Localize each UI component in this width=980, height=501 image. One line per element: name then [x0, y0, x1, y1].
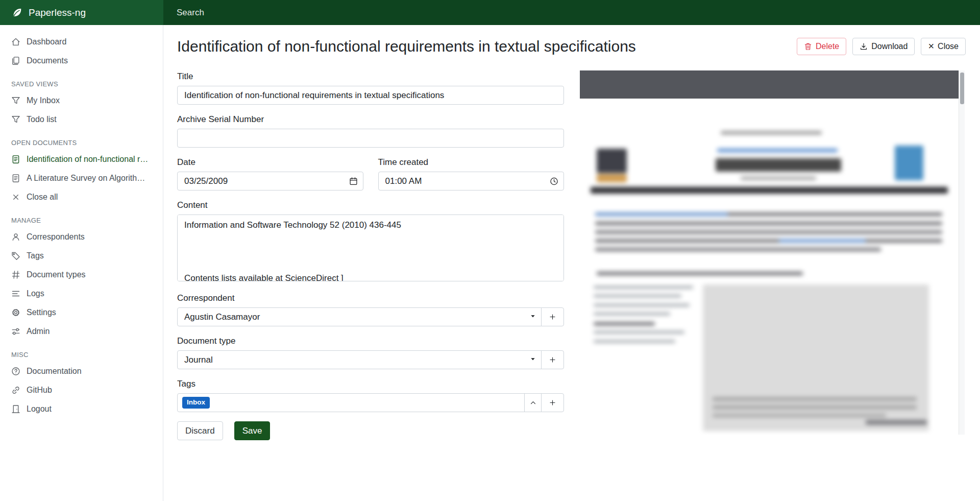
- pdf-scrollbar[interactable]: [959, 70, 965, 435]
- sidebar-item-label: GitHub: [27, 385, 52, 395]
- pdf-blur-shape: [866, 420, 927, 424]
- tags-dropdown-toggle[interactable]: [524, 393, 542, 412]
- pdf-blur-shape: [713, 405, 917, 409]
- leaf-logo: [11, 7, 23, 18]
- pdf-preview[interactable]: [580, 70, 965, 435]
- delete-label: Delete: [816, 42, 839, 51]
- sidebar-item-label: A Literature Survey on Algorithms for Mu…: [27, 173, 152, 183]
- sidebar-item-logout[interactable]: Logout: [0, 399, 163, 418]
- pdf-blur-shape: [713, 397, 917, 401]
- download-label: Download: [871, 42, 908, 51]
- document-edit-form: Title Archive Serial Number Date Time cr…: [177, 71, 564, 440]
- sidebar-heading-saved-views: SAVED VIEWS: [0, 70, 163, 91]
- sidebar-item-label: Dashboard: [27, 36, 66, 47]
- person-icon: [11, 232, 20, 242]
- pdf-blur-shape: [595, 222, 942, 225]
- date-input[interactable]: [177, 172, 363, 190]
- hash-icon: [11, 270, 20, 279]
- sidebar-item-my-inbox[interactable]: My Inbox: [0, 91, 163, 110]
- pdf-blur-shape: [594, 313, 670, 315]
- sidebar-item-document-types[interactable]: Document types: [0, 265, 163, 284]
- pdf-page-content: [580, 99, 959, 435]
- sidebar-item-correspondents[interactable]: Correspondents: [0, 227, 163, 246]
- search-input[interactable]: [163, 0, 980, 25]
- sidebar-item-label: Settings: [27, 307, 56, 318]
- pdf-blur-shape: [713, 414, 886, 417]
- pdf-toolbar: [580, 70, 959, 99]
- title-label: Title: [177, 71, 564, 82]
- document-header: Identification of non-functional require…: [177, 36, 966, 57]
- download-icon: [860, 42, 868, 51]
- add-tag-button[interactable]: [541, 393, 564, 412]
- file-text-icon: [11, 155, 20, 164]
- sidebar-item-label: Todo list: [27, 114, 57, 125]
- sidebar-heading-open-documents: OPEN DOCUMENTS: [0, 129, 163, 150]
- pdf-page: [580, 99, 959, 435]
- file-text-icon: [11, 174, 20, 183]
- sidebar-item-label: Documents: [27, 55, 68, 66]
- tag-badge-inbox[interactable]: Inbox: [182, 397, 210, 409]
- correspondent-select[interactable]: Agustin Casamayor: [177, 307, 542, 326]
- pdf-blur-shape: [591, 187, 948, 194]
- sidebar-item-github[interactable]: GitHub: [0, 380, 163, 399]
- date-label: Date: [177, 157, 363, 168]
- discard-button[interactable]: Discard: [177, 421, 223, 440]
- plus-icon: [549, 356, 556, 364]
- app-brand[interactable]: Paperless-ng: [0, 0, 163, 25]
- sidebar-open-doc-1[interactable]: Identification of non-functional require…: [0, 150, 163, 169]
- pdf-blur-shape: [595, 239, 942, 243]
- sidebar-item-label: Correspondents: [27, 231, 85, 242]
- content-textarea[interactable]: Information and Software Technology 52 (…: [177, 214, 564, 281]
- asn-input[interactable]: [177, 129, 564, 148]
- pdf-blur-shape: [594, 331, 684, 333]
- app-title: Paperless-ng: [29, 7, 86, 18]
- pdf-blur-shape: [594, 304, 690, 306]
- pdf-scrollbar-thumb[interactable]: [960, 73, 964, 104]
- content-label: Content: [177, 200, 564, 210]
- sidebar-item-settings[interactable]: Settings: [0, 303, 163, 322]
- sidebar-item-documents[interactable]: Documents: [0, 51, 163, 70]
- list-icon: [11, 289, 20, 298]
- sidebar-item-close-all[interactable]: Close all: [0, 187, 163, 206]
- time-created-input[interactable]: [378, 172, 565, 190]
- sidebar-item-label: Identification of non-functional require…: [27, 154, 152, 164]
- correspondent-label: Correspondent: [177, 293, 564, 303]
- document-type-select[interactable]: Journal: [177, 350, 542, 369]
- sidebar-item-label: Close all: [27, 192, 58, 202]
- sidebar-item-label: Documentation: [27, 366, 82, 376]
- tags-field[interactable]: Inbox: [177, 393, 525, 412]
- title-input[interactable]: [177, 86, 564, 105]
- pdf-blur-shape: [595, 212, 728, 216]
- funnel-icon: [11, 96, 20, 105]
- gear-icon: [11, 308, 20, 317]
- sidebar-item-logs[interactable]: Logs: [0, 284, 163, 303]
- document-type-label: Document type: [177, 336, 564, 346]
- door-icon: [11, 404, 20, 414]
- sidebar-heading-misc: MISC: [0, 341, 163, 362]
- pdf-blur-shape: [594, 322, 655, 325]
- pdf-blur-shape: [594, 295, 681, 297]
- plus-icon: [549, 313, 556, 321]
- tag-icon: [11, 251, 20, 260]
- page-title: Identification of non-functional require…: [177, 36, 636, 57]
- pdf-blur-shape: [597, 272, 803, 275]
- sidebar-open-doc-2[interactable]: A Literature Survey on Algorithms for Mu…: [0, 169, 163, 187]
- add-document-type-button[interactable]: [541, 350, 564, 369]
- sidebar-item-label: Logs: [27, 288, 44, 299]
- sidebar-item-todo-list[interactable]: Todo list: [0, 110, 163, 129]
- save-button[interactable]: Save: [234, 421, 271, 440]
- sidebar-item-tags[interactable]: Tags: [0, 246, 163, 265]
- download-button[interactable]: Download: [852, 38, 915, 55]
- pdf-blur-shape: [779, 239, 866, 243]
- navbar: Paperless-ng: [0, 0, 980, 25]
- close-button[interactable]: × Close: [921, 38, 966, 55]
- sidebar-item-dashboard[interactable]: Dashboard: [0, 32, 163, 51]
- add-correspondent-button[interactable]: [541, 307, 564, 326]
- sidebar-item-admin[interactable]: Admin: [0, 322, 163, 341]
- pdf-blur-shape: [721, 131, 822, 134]
- pdf-viewport: [580, 70, 959, 435]
- sidebar-item-documentation[interactable]: Documentation: [0, 362, 163, 380]
- sidebar-item-label: Document types: [27, 269, 86, 280]
- pdf-blur-shape: [597, 174, 627, 182]
- delete-button[interactable]: Delete: [797, 38, 846, 55]
